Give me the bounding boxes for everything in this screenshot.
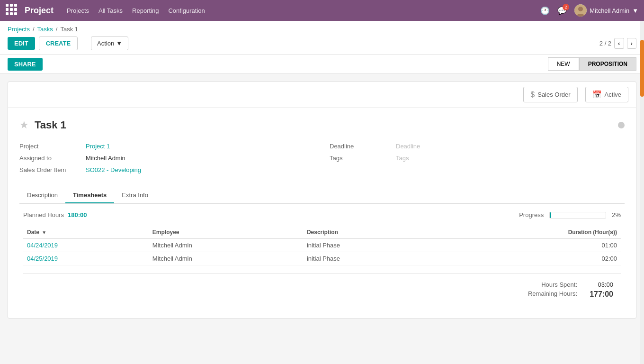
- dollar-icon: $: [530, 91, 535, 99]
- cell-employee: Mitchell Admin: [149, 252, 303, 265]
- nav-configuration[interactable]: Configuration: [168, 7, 205, 14]
- timesheets-content: Planned Hours 180:00 Progress 2%: [19, 211, 625, 299]
- cell-description: initial Phase: [303, 239, 436, 252]
- cell-description: initial Phase: [303, 252, 436, 265]
- cell-date[interactable]: 04/25/2019: [23, 252, 149, 265]
- tab-extra-info[interactable]: Extra Info: [114, 188, 156, 203]
- form-body: ★ Task 1 Project Project 1 Assigned to M…: [8, 108, 636, 308]
- totals-section: Hours Spent: 03:00 Remaining Hours: 177:…: [23, 273, 621, 299]
- breadcrumb-sep-2: /: [56, 26, 58, 33]
- progress-bar-container: [549, 212, 606, 218]
- col-employee: Employee: [149, 226, 303, 239]
- ts-summary: Planned Hours 180:00 Progress 2%: [23, 211, 621, 218]
- navbar-links: Projects All Tasks Reporting Configurati…: [67, 7, 540, 14]
- sales-order-item-value[interactable]: SO022 - Developing: [86, 166, 141, 173]
- cell-duration: 01:00: [436, 239, 621, 252]
- action-label: Action: [97, 40, 114, 47]
- deadline-field: Deadline Deadline: [330, 143, 625, 150]
- chat-icon[interactable]: 💬 2: [557, 6, 567, 15]
- scrollbar-thumb[interactable]: [640, 40, 644, 97]
- breadcrumb-sep-1: /: [33, 26, 35, 33]
- remaining-hours-row: Remaining Hours: 177:00: [23, 290, 613, 299]
- cell-duration: 02:00: [436, 252, 621, 265]
- create-button[interactable]: CREATE: [39, 36, 78, 50]
- nav-reporting[interactable]: Reporting: [132, 7, 159, 14]
- project-field: Project Project 1: [19, 143, 314, 150]
- sales-order-item-label: Sales Order Item: [19, 166, 86, 173]
- nav-all-tasks[interactable]: All Tasks: [98, 7, 123, 14]
- breadcrumb-projects[interactable]: Projects: [8, 26, 30, 33]
- pagination-prev[interactable]: ‹: [614, 38, 624, 49]
- favorite-icon[interactable]: ★: [19, 119, 29, 131]
- cell-employee: Mitchell Admin: [149, 239, 303, 252]
- status-dot: [618, 122, 625, 128]
- assigned-field: Assigned to Mitchell Admin: [19, 155, 314, 162]
- fields-grid: Project Project 1 Assigned to Mitchell A…: [19, 143, 625, 178]
- tab-timesheets[interactable]: Timesheets: [65, 188, 114, 203]
- clock-icon[interactable]: 🕐: [540, 6, 550, 15]
- stage-buttons: NEW PROPOSITION: [548, 57, 636, 71]
- tags-field: Tags Tags: [330, 155, 625, 162]
- stage-new[interactable]: NEW: [548, 57, 579, 71]
- active-button[interactable]: 📅 Active: [585, 87, 628, 102]
- tags-placeholder[interactable]: Tags: [396, 155, 409, 162]
- pagination: 2 / 2 ‹ ›: [599, 38, 636, 49]
- planned-hours-label: Planned Hours: [23, 211, 64, 218]
- breadcrumb: Projects / Tasks / Task 1: [8, 26, 636, 33]
- project-value[interactable]: Project 1: [86, 143, 110, 150]
- col-description: Description: [303, 226, 436, 239]
- svg-point-1: [578, 7, 583, 11]
- navbar-right: 🕐 💬 2 Mitchell Admin ▼: [540, 4, 638, 17]
- deadline-placeholder[interactable]: Deadline: [396, 143, 420, 150]
- user-dropdown-icon: ▼: [632, 7, 638, 14]
- table-row[interactable]: 04/24/2019 Mitchell Admin initial Phase …: [23, 239, 621, 252]
- remaining-hours-label: Remaining Hours:: [511, 290, 577, 299]
- tabs: Description Timesheets Extra Info: [19, 188, 625, 204]
- share-button[interactable]: SHARE: [8, 58, 43, 71]
- timesheets-table: Date ▼ Employee Description Duration (Ho…: [23, 226, 621, 265]
- active-label: Active: [605, 91, 621, 98]
- calendar-icon: 📅: [592, 90, 602, 99]
- pagination-text: 2 / 2: [599, 40, 611, 47]
- planned-hours-value: 180:00: [68, 211, 87, 218]
- notification-badge: 2: [563, 4, 569, 10]
- sort-icon: ▼: [42, 230, 46, 235]
- sales-order-button[interactable]: $ Sales Order: [523, 87, 577, 102]
- main-content: $ Sales Order 📅 Active ★ Task 1 Project: [0, 74, 644, 326]
- app-menu-icon[interactable]: [6, 4, 19, 17]
- deadline-label: Deadline: [330, 143, 396, 150]
- progress-bar-fill: [550, 212, 551, 218]
- action-button[interactable]: Action ▼: [91, 36, 128, 50]
- table-row[interactable]: 04/25/2019 Mitchell Admin initial Phase …: [23, 252, 621, 265]
- planned-hours-field: Planned Hours 180:00: [23, 211, 87, 218]
- col-date[interactable]: Date ▼: [23, 226, 149, 239]
- navbar: Project Projects All Tasks Reporting Con…: [0, 0, 644, 21]
- progress-section: Progress 2%: [519, 211, 621, 218]
- action-dropdown-icon: ▼: [116, 40, 122, 47]
- task-title-row: ★ Task 1: [19, 119, 625, 131]
- hours-spent-value: 03:00: [585, 281, 613, 288]
- app-title: Project: [25, 6, 54, 16]
- project-label: Project: [19, 143, 86, 150]
- sales-order-label: Sales Order: [537, 91, 570, 98]
- share-bar: SHARE NEW PROPOSITION: [0, 55, 644, 74]
- user-avatar: [574, 4, 587, 17]
- remaining-hours-value: 177:00: [585, 290, 613, 299]
- assigned-value: Mitchell Admin: [86, 155, 125, 162]
- progress-pct: 2%: [612, 211, 621, 218]
- hours-spent-row: Hours Spent: 03:00: [23, 281, 613, 288]
- pagination-next[interactable]: ›: [627, 38, 636, 49]
- edit-button[interactable]: EDIT: [8, 37, 35, 50]
- form-card: $ Sales Order 📅 Active ★ Task 1 Project: [8, 82, 636, 318]
- assigned-label: Assigned to: [19, 155, 86, 162]
- nav-projects[interactable]: Projects: [67, 7, 89, 14]
- breadcrumb-bar: Projects / Tasks / Task 1 EDIT CREATE Ac…: [0, 21, 644, 55]
- user-name: Mitchell Admin: [590, 7, 629, 14]
- sales-order-item-field: Sales Order Item SO022 - Developing: [19, 166, 314, 173]
- cell-date[interactable]: 04/24/2019: [23, 239, 149, 252]
- tab-description[interactable]: Description: [19, 188, 65, 203]
- user-menu[interactable]: Mitchell Admin ▼: [574, 4, 638, 17]
- breadcrumb-tasks[interactable]: Tasks: [37, 26, 53, 33]
- scrollbar[interactable]: [640, 21, 644, 326]
- stage-proposition[interactable]: PROPOSITION: [579, 57, 636, 71]
